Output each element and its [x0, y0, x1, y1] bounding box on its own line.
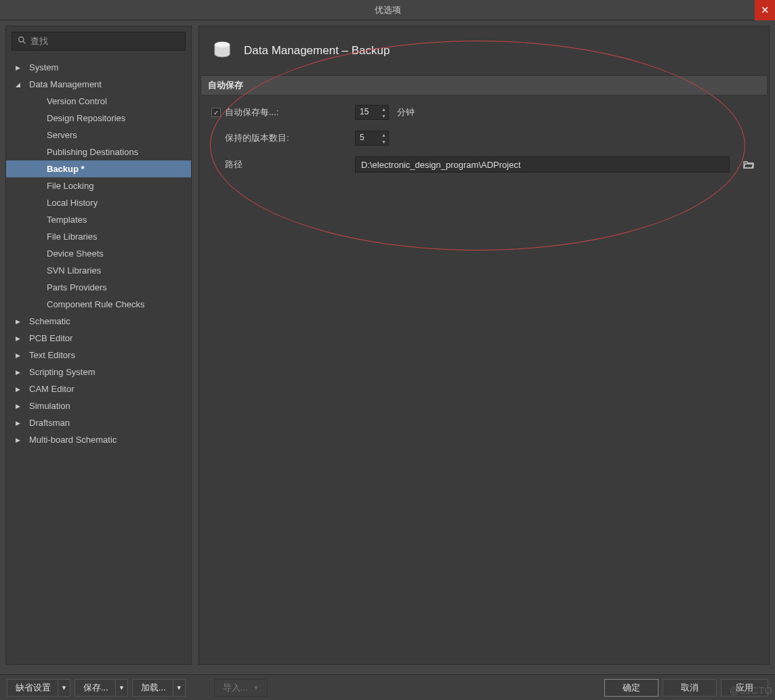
close-icon: ✕	[761, 4, 770, 16]
folder-open-icon	[743, 160, 754, 169]
apply-button[interactable]: 应用	[721, 679, 768, 697]
chevron-right-icon	[16, 64, 25, 71]
tree-item-label: Servers	[47, 130, 77, 140]
tree-item-simulation[interactable]: Simulation	[6, 397, 191, 414]
tree-item-label: Scripting System	[29, 367, 96, 377]
svg-point-0	[19, 37, 24, 42]
defaults-button[interactable]: 缺省设置▼	[7, 679, 70, 697]
chevron-down-icon[interactable]: ▼	[115, 680, 127, 696]
tree-item-label: File Libraries	[47, 232, 97, 242]
footer-bar: 缺省设置▼ 保存...▼ 加载...▼ 导入...▼ 确定 取消 应用	[0, 674, 775, 700]
tree-item-file-locking[interactable]: File Locking	[6, 177, 191, 194]
tree-item-label: Data Management	[29, 79, 102, 89]
chevron-right-icon	[16, 436, 25, 443]
autosave-interval-spinner[interactable]: 15 ▲▼	[355, 105, 389, 120]
versions-value: 5	[356, 131, 379, 145]
versions-spinner[interactable]: 5 ▲▼	[355, 131, 389, 146]
chevron-up-icon[interactable]: ▲	[379, 131, 388, 138]
section-header: 自动保存	[201, 75, 768, 95]
tree-item-label: Local History	[47, 198, 98, 208]
chevron-right-icon	[16, 419, 25, 426]
tree-item-label: Simulation	[29, 401, 70, 411]
tree-item-system[interactable]: System	[6, 59, 191, 76]
tree-item-label: Design Repositories	[47, 113, 125, 123]
tree-item-file-libraries[interactable]: File Libraries	[6, 228, 191, 245]
tree-item-label: Publishing Destinations	[47, 147, 138, 157]
window-title: 优选项	[375, 4, 401, 16]
content-title: Data Management – Backup	[244, 44, 390, 58]
tree-item-label: Schematic	[29, 316, 70, 326]
tree-item-version-control[interactable]: Version Control	[6, 93, 191, 110]
tree-item-local-history[interactable]: Local History	[6, 194, 191, 211]
save-button[interactable]: 保存...▼	[75, 679, 128, 697]
tree-item-backup-[interactable]: Backup *	[6, 160, 191, 177]
tree-item-label: Component Rule Checks	[47, 299, 145, 309]
nav-tree: SystemData ManagementVersion ControlDesi…	[6, 56, 191, 664]
content-panel: Data Management – Backup 自动保存 ✓ 自动保存每...…	[198, 26, 770, 665]
sidebar: 查找 SystemData ManagementVersion ControlD…	[5, 26, 192, 665]
load-button[interactable]: 加载...▼	[132, 679, 186, 697]
tree-item-label: Templates	[47, 215, 87, 225]
tree-item-svn-libraries[interactable]: SVN Libraries	[6, 262, 191, 279]
tree-item-label: System	[29, 62, 58, 72]
tree-item-multi-board-schematic[interactable]: Multi-board Schematic	[6, 431, 191, 448]
tree-item-label: Parts Providers	[47, 282, 107, 292]
chevron-down-icon[interactable]: ▼	[58, 680, 70, 696]
chevron-up-icon[interactable]: ▲	[379, 106, 388, 112]
chevron-down-icon[interactable]: ▼	[379, 112, 388, 119]
tree-item-label: SVN Libraries	[47, 265, 101, 276]
cancel-button[interactable]: 取消	[663, 679, 717, 697]
title-bar: 优选项 ✕	[0, 0, 775, 20]
chevron-down-icon[interactable]: ▼	[173, 680, 185, 696]
tree-item-pcb-editor[interactable]: PCB Editor	[6, 330, 191, 347]
autosave-value: 15	[356, 106, 379, 119]
tree-item-cam-editor[interactable]: CAM Editor	[6, 380, 191, 397]
tree-item-label: Text Editors	[29, 350, 75, 360]
autosave-checkbox[interactable]: ✓	[211, 108, 221, 117]
tree-item-schematic[interactable]: Schematic	[6, 313, 191, 330]
svg-point-3	[215, 42, 230, 47]
chevron-right-icon	[16, 402, 25, 410]
ok-button[interactable]: 确定	[604, 679, 658, 697]
tree-item-device-sheets[interactable]: Device Sheets	[6, 245, 191, 262]
chevron-right-icon	[16, 334, 25, 342]
tree-item-label: Device Sheets	[47, 248, 104, 259]
tree-item-label: Backup *	[47, 164, 85, 174]
search-icon	[18, 36, 26, 47]
tree-item-label: Version Control	[47, 96, 107, 106]
path-input[interactable]: D:\electronic_design_program\ADProject	[355, 156, 730, 173]
chevron-right-icon	[16, 351, 25, 359]
autosave-unit: 分钟	[397, 106, 415, 118]
path-label: 路径	[225, 158, 243, 171]
tree-item-label: Multi-board Schematic	[29, 435, 117, 445]
tree-item-data-management[interactable]: Data Management	[6, 76, 191, 93]
tree-item-label: PCB Editor	[29, 333, 72, 343]
chevron-right-icon	[16, 318, 25, 325]
versions-label: 保持的版本数目:	[225, 132, 289, 144]
chevron-down-icon[interactable]: ▼	[379, 138, 388, 145]
browse-button[interactable]	[740, 156, 757, 173]
tree-item-servers[interactable]: Servers	[6, 127, 191, 144]
database-icon	[211, 40, 233, 62]
search-placeholder: 查找	[30, 35, 48, 47]
tree-item-templates[interactable]: Templates	[6, 211, 191, 228]
import-button[interactable]: 导入...▼	[214, 679, 268, 697]
tree-item-parts-providers[interactable]: Parts Providers	[6, 279, 191, 296]
chevron-down-icon	[16, 81, 25, 88]
chevron-right-icon	[16, 368, 25, 376]
tree-item-text-editors[interactable]: Text Editors	[6, 347, 191, 364]
tree-item-publishing-destinations[interactable]: Publishing Destinations	[6, 144, 191, 160]
tree-item-label: CAM Editor	[29, 384, 74, 394]
path-value: D:\electronic_design_program\ADProject	[361, 160, 521, 170]
search-input[interactable]: 查找	[12, 32, 186, 51]
tree-item-label: Draftsman	[29, 418, 70, 428]
tree-item-scripting-system[interactable]: Scripting System	[6, 364, 191, 380]
chevron-right-icon	[16, 385, 25, 393]
tree-item-component-rule-checks[interactable]: Component Rule Checks	[6, 296, 191, 313]
tree-item-label: File Locking	[47, 181, 93, 191]
svg-line-1	[23, 41, 25, 43]
autosave-label: 自动保存每...:	[225, 106, 278, 118]
tree-item-design-repositories[interactable]: Design Repositories	[6, 110, 191, 127]
close-button[interactable]: ✕	[755, 0, 775, 20]
tree-item-draftsman[interactable]: Draftsman	[6, 414, 191, 431]
